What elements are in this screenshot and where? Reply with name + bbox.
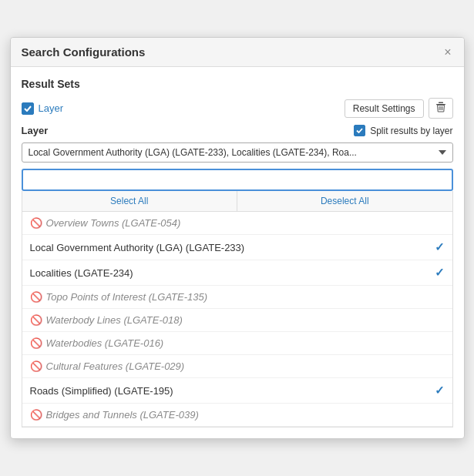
list-item[interactable]: 🚫Waterbody Lines (LGATE-018) <box>22 309 452 332</box>
blocked-icon: 🚫 <box>30 337 42 349</box>
blocked-icon: 🚫 <box>30 360 42 372</box>
layer-list: 🚫Overview Towns (LGATE-054)Local Governm… <box>22 212 453 427</box>
blocked-icon: 🚫 <box>30 409 42 421</box>
modal-header: Search Configurations × <box>11 38 464 67</box>
modal-body: Result Sets Layer Result Settings <box>11 67 464 438</box>
search-input[interactable] <box>23 170 452 189</box>
list-item[interactable]: Localities (LGATE-234)✓ <box>22 260 452 286</box>
list-item[interactable]: 🚫Waterbodies (LGATE-016) <box>22 332 452 355</box>
split-results-container: Split results by layer <box>354 125 452 136</box>
search-configurations-modal: Search Configurations × Result Sets Laye… <box>10 37 465 439</box>
delete-button[interactable] <box>429 98 453 119</box>
close-button[interactable]: × <box>442 46 452 59</box>
blocked-icon: 🚫 <box>30 314 42 326</box>
search-box-container <box>22 169 453 191</box>
item-label: Waterbodies (LGATE-016) <box>46 337 164 349</box>
trash-icon <box>435 102 446 112</box>
result-set-left: Layer <box>22 102 64 115</box>
layer-link[interactable]: Layer <box>39 102 64 114</box>
list-item[interactable]: 🚫Cultural Features (LGATE-029) <box>22 355 452 378</box>
split-results-checkbox[interactable] <box>354 125 365 136</box>
deselect-all-button[interactable]: Deselect All <box>237 191 452 211</box>
item-label: Topo Points of Interest (LGATE-135) <box>46 291 208 303</box>
blocked-icon: 🚫 <box>30 291 42 303</box>
layer-dropdown[interactable]: Local Government Authority (LGA) (LGATE-… <box>22 142 453 163</box>
item-label: Bridges and Tunnels (LGATE-039) <box>46 409 199 421</box>
layer-row: Layer Split results by layer <box>22 125 453 136</box>
item-label: Cultural Features (LGATE-029) <box>46 360 185 372</box>
item-label: Waterbody Lines (LGATE-018) <box>46 314 183 326</box>
list-item[interactable]: 🚫Overview Towns (LGATE-054) <box>22 212 452 235</box>
blocked-icon: 🚫 <box>30 217 42 229</box>
result-set-right: Result Settings <box>345 98 453 119</box>
item-label: Localities (LGATE-234) <box>30 267 133 279</box>
layer-checkbox[interactable] <box>22 102 34 115</box>
check-icon: ✓ <box>435 266 445 280</box>
svg-rect-1 <box>439 102 443 104</box>
item-label: Local Government Authority (LGA) (LGATE-… <box>30 242 245 253</box>
check-icon: ✓ <box>435 384 445 397</box>
split-results-label: Split results by layer <box>370 126 452 136</box>
list-item[interactable]: Local Government Authority (LGA) (LGATE-… <box>22 235 452 260</box>
modal-title: Search Configurations <box>22 45 146 59</box>
list-item[interactable]: 🚫Transport Stops (LGATE-038) <box>22 427 452 427</box>
list-item[interactable]: Roads (Simplified) (LGATE-195)✓ <box>22 378 452 404</box>
list-item[interactable]: 🚫Topo Points of Interest (LGATE-135) <box>22 286 452 309</box>
list-item[interactable]: 🚫Bridges and Tunnels (LGATE-039) <box>22 404 452 427</box>
check-icon: ✓ <box>435 240 445 254</box>
select-deselect-row: Select All Deselect All <box>22 191 453 212</box>
result-sets-heading: Result Sets <box>22 78 453 90</box>
select-all-button[interactable]: Select All <box>22 191 238 211</box>
result-set-row: Layer Result Settings <box>22 98 453 119</box>
item-label: Roads (Simplified) (LGATE-195) <box>30 385 173 397</box>
layer-label: Layer <box>22 125 49 136</box>
result-settings-button[interactable]: Result Settings <box>345 99 424 118</box>
item-label: Overview Towns (LGATE-054) <box>46 217 181 229</box>
